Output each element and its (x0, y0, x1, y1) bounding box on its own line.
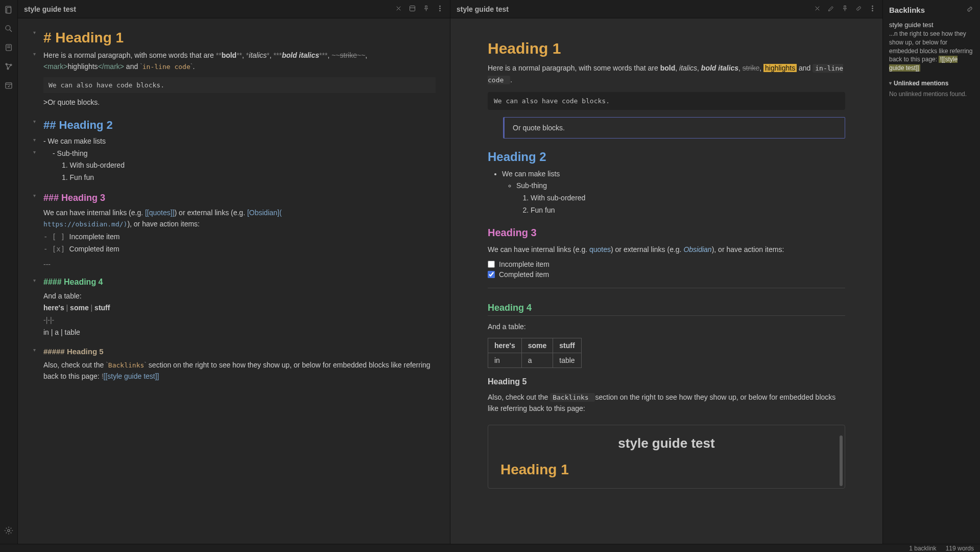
settings-icon[interactable] (4, 526, 13, 537)
pin-icon[interactable] (422, 5, 430, 14)
fold-icon[interactable]: ▾ (33, 119, 36, 124)
fold-icon[interactable]: ▾ (33, 347, 36, 353)
preview-pane: style guide test Heading 1 Here is a nor… (450, 0, 883, 544)
para-source: ▾Here is a normal paragraph, with some w… (43, 50, 436, 72)
pin-icon[interactable] (841, 5, 849, 14)
svg-point-27 (872, 6, 873, 7)
svg-point-2 (6, 26, 10, 30)
backlink-count[interactable]: 1 backlink (909, 545, 936, 552)
more-icon[interactable] (869, 5, 876, 14)
more-icon[interactable] (436, 5, 444, 14)
fold-icon[interactable]: ▾ (33, 278, 36, 283)
fold-icon[interactable]: ▾ (33, 136, 36, 144)
backlink-snippet[interactable]: ...n the right to see how they show up, … (889, 30, 974, 73)
sidebar-title: Backlinks (889, 5, 974, 15)
h4-source: #### Heading 4 (43, 278, 436, 287)
source-pane: style guide test ▾# Heading 1 ▾Here is a… (18, 0, 450, 544)
daily-icon[interactable] (4, 81, 13, 91)
h3-source: ### Heading 3 (43, 193, 436, 203)
embed-title: style guide test (500, 435, 832, 451)
close-icon[interactable] (395, 5, 402, 14)
task-item[interactable]: Incomplete item (488, 260, 845, 268)
close-icon[interactable] (814, 5, 821, 14)
svg-point-15 (8, 530, 10, 532)
fold-icon[interactable]: ▾ (33, 30, 36, 35)
table: here'ssomestuff inatable (488, 338, 582, 368)
list-item: With sub-ordered (531, 192, 845, 204)
checkbox[interactable] (488, 271, 495, 278)
h1-source: # Heading 1 (43, 30, 436, 46)
unlinked-empty: No unlinked mentions found. (889, 90, 974, 99)
internal-link[interactable]: quotes (589, 245, 611, 254)
graph-icon[interactable] (4, 62, 13, 73)
codeblock: We can also have code blocks. (488, 92, 845, 110)
ribbon (0, 0, 18, 544)
h5-source: ##### Heading 5 (43, 347, 436, 356)
svg-point-22 (440, 8, 441, 9)
list-item: Fun fun (531, 204, 845, 217)
task-list: Incomplete item Completed item (488, 260, 845, 279)
source-content[interactable]: ▾# Heading 1 ▾Here is a normal paragraph… (18, 18, 450, 544)
preview-title: style guide test (457, 5, 814, 13)
svg-line-11 (8, 65, 11, 69)
list: We can make lists Sub-thing With sub-ord… (488, 168, 845, 217)
status-bar: 1 backlink 119 words (0, 544, 980, 552)
svg-point-21 (440, 6, 441, 7)
checkbox[interactable] (488, 261, 495, 268)
blockquote: Or quote blocks. (503, 117, 845, 139)
embed-h1: Heading 1 (500, 462, 832, 478)
task-item[interactable]: Completed item (488, 270, 845, 279)
backlink-item[interactable]: style guide test (889, 21, 974, 29)
h2: Heading 2 (488, 150, 845, 164)
unlinked-section[interactable]: Unlinked mentions (889, 80, 974, 87)
link-icon[interactable] (855, 5, 863, 14)
preview-icon[interactable] (409, 5, 416, 14)
svg-line-3 (10, 30, 12, 32)
svg-point-23 (440, 10, 441, 11)
word-count[interactable]: 119 words (946, 545, 974, 552)
h1: Heading 1 (488, 40, 845, 57)
link-icon[interactable] (966, 5, 974, 15)
source-title: style guide test (24, 5, 395, 13)
svg-point-29 (872, 10, 873, 11)
edit-icon[interactable] (827, 5, 835, 14)
h4: Heading 4 (488, 303, 845, 316)
quote-source: >Or quote blocks. (43, 97, 436, 108)
files-icon[interactable] (4, 5, 13, 16)
external-link[interactable]: Obsidian (683, 245, 711, 254)
preview-content[interactable]: Heading 1 Here is a normal paragraph, wi… (450, 18, 882, 544)
preview-titlebar: style guide test (450, 0, 882, 18)
source-titlebar: style guide test (18, 0, 450, 18)
list-item: We can make lists (502, 168, 845, 180)
backlinks-sidebar: Backlinks style guide test ...n the righ… (883, 0, 980, 544)
paragraph: Here is a normal paragraph, with some wo… (488, 62, 845, 86)
scrollbar[interactable] (840, 435, 843, 486)
svg-rect-18 (410, 6, 415, 11)
svg-rect-1 (7, 8, 11, 13)
h5: Heading 5 (488, 377, 845, 386)
svg-point-28 (872, 8, 873, 9)
codeblock-source: We can also have code blocks. (43, 77, 436, 93)
h3: Heading 3 (488, 227, 845, 239)
fold-icon[interactable]: ▾ (33, 50, 36, 58)
list-item: Sub-thing (516, 180, 845, 192)
search-icon[interactable] (4, 24, 13, 35)
note-icon[interactable] (4, 43, 13, 54)
svg-rect-13 (6, 83, 12, 88)
fold-icon[interactable]: ▾ (33, 148, 36, 156)
fold-icon[interactable]: ▾ (33, 193, 36, 198)
embed-block[interactable]: style guide test Heading 1 (488, 425, 845, 489)
h2-source: ## Heading 2 (43, 119, 436, 132)
